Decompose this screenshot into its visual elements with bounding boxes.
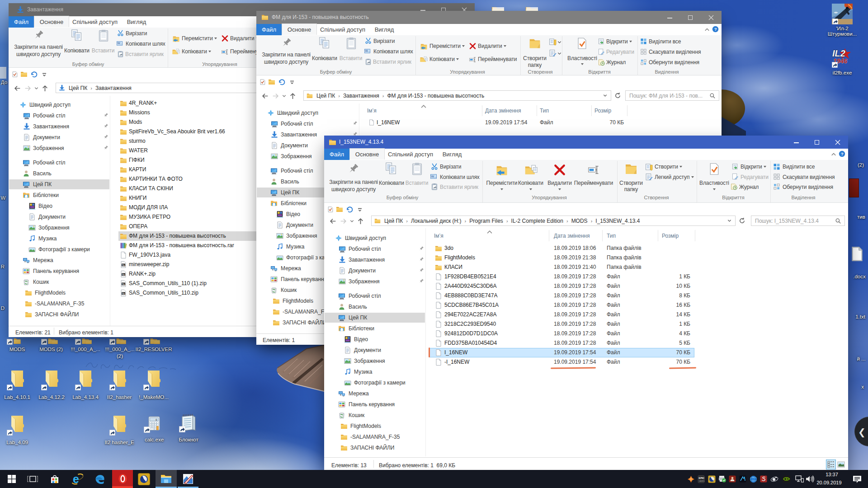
svg-text:GAMES: GAMES [699, 480, 705, 482]
svg-text:EPIC: EPIC [699, 477, 705, 479]
